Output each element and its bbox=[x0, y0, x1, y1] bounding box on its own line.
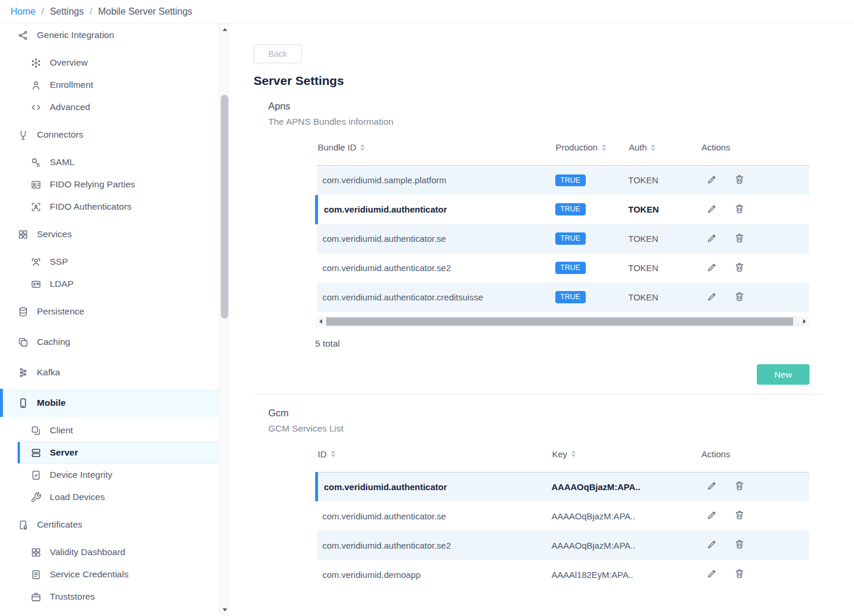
gcm-table-row[interactable]: com.veridiumid.authenticator.se2 AAAAOqB… bbox=[317, 531, 810, 560]
delete-icon[interactable] bbox=[734, 480, 745, 491]
breadcrumb-home-link[interactable]: Home bbox=[11, 6, 36, 17]
sidebar-item-label: Device Integrity bbox=[50, 470, 112, 480]
apns-table: Bundle ID Production Auth Actions bbox=[315, 127, 809, 312]
sidebar-item-label: Overview bbox=[50, 57, 88, 68]
edit-icon[interactable] bbox=[706, 480, 718, 491]
delete-icon[interactable] bbox=[734, 509, 745, 521]
sidebar-group-connectors[interactable]: Connectors bbox=[0, 121, 219, 149]
column-header-production[interactable]: Production bbox=[555, 127, 628, 166]
user-arc-icon bbox=[30, 256, 42, 268]
column-label: Production bbox=[556, 142, 598, 152]
scrollbar-thumb[interactable] bbox=[326, 317, 793, 326]
sidebar-item-server[interactable]: Server bbox=[18, 442, 219, 464]
sidebar-item-load-devices[interactable]: Load Devices bbox=[0, 486, 219, 508]
enrollment-icon bbox=[30, 80, 42, 91]
sidebar-group-persistence[interactable]: Persistence bbox=[0, 297, 219, 326]
apns-table-row[interactable]: com.veridiumid.authenticator.se2 TRUE TO… bbox=[317, 254, 810, 283]
edit-icon[interactable] bbox=[706, 291, 718, 302]
gcm-table-row[interactable]: com.veridiumid.authenticator.se AAAAOqBj… bbox=[317, 501, 810, 531]
triangle-down-icon bbox=[223, 608, 227, 611]
edit-icon[interactable] bbox=[706, 262, 718, 273]
card-user-icon bbox=[30, 179, 42, 190]
delete-icon[interactable] bbox=[734, 539, 745, 550]
sidebar-menu: Generic Integration Overview Enrollment … bbox=[0, 23, 219, 608]
sidebar-group-caching[interactable]: Caching bbox=[0, 328, 219, 356]
sidebar-item-client[interactable]: Client bbox=[0, 419, 219, 442]
delete-icon[interactable] bbox=[734, 291, 745, 302]
sort-icon[interactable] bbox=[331, 450, 336, 457]
sidebar-item-enrollment[interactable]: Enrollment bbox=[0, 74, 219, 96]
scrollbar-thumb[interactable] bbox=[221, 95, 228, 319]
gcm-table-row-selected[interactable]: com.veridiumid.authenticator AAAAOqBjazM… bbox=[317, 472, 810, 501]
edit-icon[interactable] bbox=[706, 232, 718, 244]
scrollbar-track[interactable] bbox=[326, 316, 799, 327]
sort-icon[interactable] bbox=[602, 144, 606, 151]
scan-user-icon bbox=[30, 201, 42, 213]
edit-icon[interactable] bbox=[706, 568, 718, 579]
sidebar-item-label: FIDO Relying Parties bbox=[50, 179, 135, 190]
sidebar-group: Persistence bbox=[0, 297, 219, 326]
cell-actions bbox=[701, 283, 810, 312]
edit-icon[interactable] bbox=[706, 174, 718, 185]
sidebar-item-ldap[interactable]: LDAP bbox=[0, 273, 219, 295]
column-header-bundle-id[interactable]: Bundle ID bbox=[317, 127, 555, 166]
sidebar-item-service-credentials[interactable]: Service Credentials bbox=[0, 563, 219, 586]
column-header-auth[interactable]: Auth bbox=[628, 127, 701, 166]
edit-icon[interactable] bbox=[706, 509, 718, 521]
sidebar-group-generic-integration[interactable]: Generic Integration bbox=[0, 23, 219, 49]
edit-icon[interactable] bbox=[706, 539, 718, 550]
apns-actions-row: New bbox=[315, 364, 809, 385]
apns-section: Apns The APNS Bundles information Bundle… bbox=[268, 101, 824, 385]
breadcrumb-settings-link[interactable]: Settings bbox=[50, 6, 84, 17]
cell-auth: TOKEN bbox=[628, 283, 701, 312]
apns-table-row[interactable]: com.veridiumid.sample.platform TRUE TOKE… bbox=[317, 166, 810, 195]
scroll-down-button[interactable] bbox=[220, 605, 229, 615]
sidebar-item-label: SAML bbox=[50, 157, 74, 167]
sidebar-item-label: Truststores bbox=[50, 591, 95, 602]
delete-icon[interactable] bbox=[734, 232, 745, 244]
sidebar-item-saml[interactable]: SAML bbox=[0, 151, 219, 173]
back-button[interactable]: Back bbox=[254, 45, 302, 63]
apns-table-row[interactable]: com.veridiumid.authenticator.creditsuiss… bbox=[317, 283, 810, 312]
new-button[interactable]: New bbox=[757, 364, 809, 385]
sidebar-group-mobile[interactable]: Mobile bbox=[0, 389, 219, 417]
scroll-left-button[interactable] bbox=[315, 316, 326, 327]
production-badge: TRUE bbox=[555, 203, 586, 215]
sidebar-item-ssp[interactable]: SSP bbox=[0, 251, 219, 273]
sidebar-group-certificates[interactable]: Certificates bbox=[0, 511, 219, 539]
sidebar-scrollbar[interactable] bbox=[219, 23, 229, 616]
sidebar-item-validity-dashboard[interactable]: Validity Dashboard bbox=[0, 541, 219, 563]
gcm-table-row[interactable]: com.veridiumid.demoapp AAAAl182EyM:APA.. bbox=[317, 560, 810, 589]
key-icon bbox=[30, 157, 42, 168]
delete-icon[interactable] bbox=[734, 568, 745, 579]
page-title: Server Settings bbox=[254, 74, 824, 88]
column-header-actions: Actions bbox=[701, 434, 810, 473]
column-header-id[interactable]: ID bbox=[317, 434, 551, 473]
gcm-table-header-row: ID Key Actions bbox=[317, 434, 810, 473]
apns-table-row[interactable]: com.veridiumid.authenticator.se TRUE TOK… bbox=[317, 224, 810, 254]
sidebar-item-advanced[interactable]: Advanced bbox=[0, 96, 219, 118]
sidebar-item-device-integrity[interactable]: Device Integrity bbox=[0, 464, 219, 486]
sidebar-item-overview[interactable]: Overview bbox=[0, 52, 219, 74]
delete-icon[interactable] bbox=[734, 203, 745, 214]
table-horizontal-scrollbar[interactable] bbox=[315, 316, 809, 327]
column-header-key[interactable]: Key bbox=[551, 434, 701, 473]
sidebar-group: Services SSP LDAP bbox=[0, 220, 219, 295]
scroll-up-button[interactable] bbox=[220, 25, 229, 35]
delete-icon[interactable] bbox=[734, 262, 745, 273]
sort-icon[interactable] bbox=[651, 144, 655, 151]
apns-table-row-selected[interactable]: com.veridiumid.authenticator TRUE TOKEN bbox=[317, 195, 810, 224]
sort-icon[interactable] bbox=[571, 450, 576, 457]
sidebar-group-kafka[interactable]: Kafka bbox=[0, 358, 219, 386]
sidebar-group: Generic Integration Overview Enrollment … bbox=[0, 23, 219, 118]
sidebar-item-fido-relying-parties[interactable]: FIDO Relying Parties bbox=[0, 173, 219, 196]
edit-icon[interactable] bbox=[706, 203, 718, 214]
sidebar-item-truststores[interactable]: Truststores bbox=[0, 586, 219, 608]
column-label: Actions bbox=[702, 142, 730, 152]
sort-icon[interactable] bbox=[360, 144, 365, 151]
sidebar-item-fido-authenticators[interactable]: FIDO Authenticators bbox=[0, 196, 219, 218]
delete-icon[interactable] bbox=[734, 174, 745, 185]
certificate-icon bbox=[18, 519, 29, 531]
sidebar-group-services[interactable]: Services bbox=[0, 220, 219, 248]
scroll-right-button[interactable] bbox=[799, 316, 809, 327]
